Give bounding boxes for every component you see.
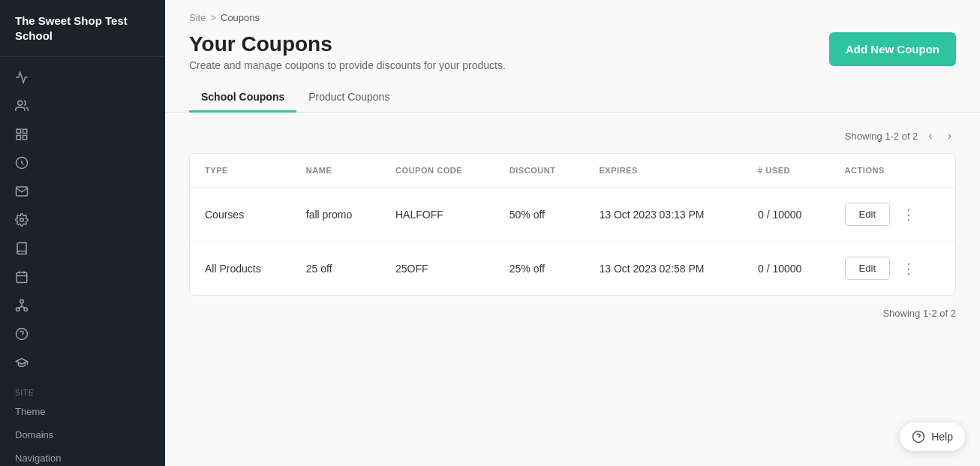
- svg-rect-7: [17, 272, 27, 283]
- main-content: Site > Coupons Your Coupons Create and m…: [165, 0, 980, 466]
- sidebar-icon-settings[interactable]: [0, 206, 165, 234]
- sidebar-item-domains[interactable]: Domains: [0, 423, 165, 446]
- svg-line-16: [22, 307, 26, 308]
- svg-rect-2: [23, 129, 27, 133]
- svg-point-11: [20, 300, 24, 304]
- pagination-label-bottom: Showing 1-2 of 2: [882, 308, 956, 319]
- sidebar-icon-calendar[interactable]: [0, 263, 165, 291]
- col-name: NAME: [291, 154, 380, 188]
- row2-type: All Products: [190, 242, 291, 296]
- sidebar-icon-analytics[interactable]: [0, 63, 165, 92]
- sidebar-item-navigation[interactable]: Navigation: [0, 446, 165, 466]
- breadcrumb-current: Coupons: [221, 12, 260, 23]
- col-coupon-code: COUPON CODE: [380, 154, 495, 188]
- svg-point-0: [18, 101, 23, 105]
- help-icon: [912, 430, 925, 443]
- sidebar-icon-library[interactable]: [0, 234, 165, 263]
- page-header-left: Your Coupons Create and manage coupons t…: [189, 32, 506, 71]
- tab-school-coupons[interactable]: School Coupons: [189, 83, 296, 113]
- pagination-prev-button[interactable]: ‹: [924, 128, 936, 144]
- sidebar-icon-integrations[interactable]: [0, 291, 165, 320]
- coupons-table: TYPE NAME COUPON CODE DISCOUNT EXPIRES #…: [190, 154, 955, 295]
- tab-product-coupons[interactable]: Product Coupons: [296, 83, 401, 113]
- help-widget[interactable]: Help: [900, 422, 965, 451]
- sidebar-icon-mail[interactable]: [0, 177, 165, 206]
- sidebar: The Sweet Shop Test School: [0, 0, 165, 466]
- row1-type: Courses: [190, 188, 291, 242]
- row2-edit-button[interactable]: Edit: [845, 257, 890, 280]
- svg-rect-3: [23, 136, 27, 140]
- sidebar-icon-graduation[interactable]: [0, 348, 165, 377]
- row2-expires: 13 Oct 2023 02:58 PM: [584, 242, 743, 296]
- sidebar-section-label: SITE: [0, 377, 165, 400]
- breadcrumb-separator: >: [210, 12, 216, 23]
- sidebar-icon-users[interactable]: [0, 92, 165, 120]
- row2-code: 25OFF: [380, 242, 495, 296]
- row1-more-button[interactable]: ⋮: [896, 203, 921, 226]
- svg-line-15: [18, 307, 22, 308]
- row1-name: fall promo: [291, 188, 380, 242]
- svg-rect-4: [17, 136, 20, 140]
- pagination-bottom: Showing 1-2 of 2: [189, 308, 956, 319]
- row1-actions: Edit ⋮: [830, 188, 955, 242]
- table-row: All Products 25 off 25OFF 25% off 13 Oct…: [190, 242, 955, 296]
- breadcrumb: Site > Coupons: [165, 0, 980, 29]
- table-header-row: TYPE NAME COUPON CODE DISCOUNT EXPIRES #…: [190, 154, 955, 188]
- sidebar-icon-revenue[interactable]: [0, 149, 165, 177]
- pagination-next-button[interactable]: ›: [943, 128, 956, 144]
- breadcrumb-site[interactable]: Site: [189, 12, 206, 23]
- pagination-label-top: Showing 1-2 of 2: [845, 131, 918, 142]
- col-type: TYPE: [190, 154, 291, 188]
- svg-rect-1: [17, 129, 20, 133]
- col-expires: EXPIRES: [584, 154, 743, 188]
- row1-edit-button[interactable]: Edit: [845, 203, 890, 226]
- pagination-top: Showing 1-2 of 2 ‹ ›: [189, 128, 956, 144]
- page-title: Your Coupons: [189, 32, 506, 56]
- table-row: Courses fall promo HALFOFF 50% off 13 Oc…: [190, 188, 955, 242]
- row2-discount: 25% off: [495, 242, 585, 296]
- row1-code: HALFOFF: [380, 188, 495, 242]
- row2-used: 0 / 10000: [743, 242, 830, 296]
- svg-point-6: [20, 218, 24, 222]
- row1-discount: 50% off: [495, 188, 585, 242]
- add-coupon-button[interactable]: Add New Coupon: [829, 32, 956, 66]
- help-label: Help: [931, 431, 953, 443]
- sidebar-icon-help[interactable]: [0, 320, 165, 348]
- tabs-bar: School Coupons Product Coupons: [165, 83, 980, 113]
- row2-name: 25 off: [291, 242, 380, 296]
- sidebar-icon-dashboard[interactable]: [0, 120, 165, 149]
- coupons-table-container: TYPE NAME COUPON CODE DISCOUNT EXPIRES #…: [189, 153, 956, 296]
- content-area: Showing 1-2 of 2 ‹ › TYPE NAME COUPON CO…: [165, 113, 980, 466]
- page-header: Your Coupons Create and manage coupons t…: [165, 29, 980, 83]
- row2-actions: Edit ⋮: [830, 242, 955, 296]
- row1-used: 0 / 10000: [743, 188, 830, 242]
- row2-more-button[interactable]: ⋮: [896, 257, 921, 280]
- col-discount: DISCOUNT: [495, 154, 585, 188]
- sidebar-item-theme[interactable]: Theme: [0, 400, 165, 423]
- page-subtitle: Create and manage coupons to provide dis…: [189, 59, 506, 71]
- row1-expires: 13 Oct 2023 03:13 PM: [584, 188, 743, 242]
- col-used: # USED: [743, 154, 830, 188]
- sidebar-logo: The Sweet Shop Test School: [0, 0, 165, 57]
- col-actions: ACTIONS: [830, 154, 955, 188]
